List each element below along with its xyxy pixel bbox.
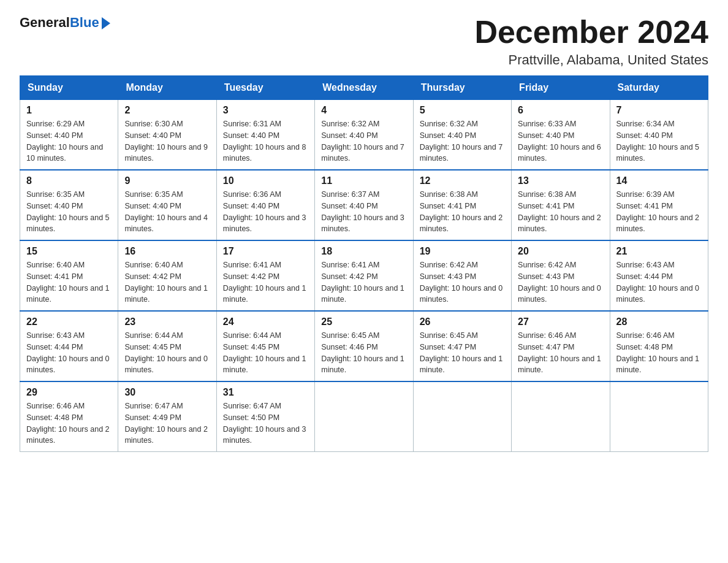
day-number: 16 <box>124 246 210 257</box>
day-number: 12 <box>420 175 505 186</box>
logo-blue-text: Blue <box>70 15 99 31</box>
calendar-day-cell: 7Sunrise: 6:34 AMSunset: 4:40 PMDaylight… <box>610 100 708 170</box>
day-info: Sunrise: 6:41 AMSunset: 4:42 PMDaylight:… <box>321 259 406 305</box>
calendar-day-cell: 6Sunrise: 6:33 AMSunset: 4:40 PMDaylight… <box>512 100 610 170</box>
calendar-week-row: 8Sunrise: 6:35 AMSunset: 4:40 PMDaylight… <box>20 170 708 240</box>
day-number: 10 <box>223 175 308 186</box>
calendar-day-cell: 27Sunrise: 6:46 AMSunset: 4:47 PMDayligh… <box>512 311 610 381</box>
day-info: Sunrise: 6:39 AMSunset: 4:41 PMDaylight:… <box>616 189 702 235</box>
calendar-week-row: 22Sunrise: 6:43 AMSunset: 4:44 PMDayligh… <box>20 311 708 381</box>
calendar-day-cell: 19Sunrise: 6:42 AMSunset: 4:43 PMDayligh… <box>413 240 511 311</box>
calendar-day-cell: 11Sunrise: 6:37 AMSunset: 4:40 PMDayligh… <box>315 170 413 240</box>
calendar-day-cell: 28Sunrise: 6:46 AMSunset: 4:48 PMDayligh… <box>610 311 708 381</box>
calendar-day-cell: 2Sunrise: 6:30 AMSunset: 4:40 PMDaylight… <box>118 100 216 170</box>
calendar-table: Sunday Monday Tuesday Wednesday Thursday… <box>20 75 708 452</box>
day-info: Sunrise: 6:45 AMSunset: 4:47 PMDaylight:… <box>420 330 505 376</box>
day-info: Sunrise: 6:42 AMSunset: 4:43 PMDaylight:… <box>420 259 505 305</box>
weekday-header-row: Sunday Monday Tuesday Wednesday Thursday… <box>20 76 708 100</box>
location-title: Prattville, Alabama, United States <box>474 52 708 68</box>
calendar-week-row: 29Sunrise: 6:46 AMSunset: 4:48 PMDayligh… <box>20 381 708 452</box>
month-title: December 2024 <box>474 15 708 50</box>
calendar-day-cell <box>413 381 511 452</box>
header-wednesday: Wednesday <box>315 76 413 100</box>
day-number: 11 <box>321 175 406 186</box>
day-info: Sunrise: 6:30 AMSunset: 4:40 PMDaylight:… <box>124 118 210 164</box>
day-info: Sunrise: 6:35 AMSunset: 4:40 PMDaylight:… <box>124 189 210 235</box>
day-number: 18 <box>321 246 406 257</box>
day-info: Sunrise: 6:43 AMSunset: 4:44 PMDaylight:… <box>616 259 702 305</box>
day-number: 19 <box>420 246 505 257</box>
calendar-day-cell: 23Sunrise: 6:44 AMSunset: 4:45 PMDayligh… <box>118 311 216 381</box>
calendar-day-cell: 26Sunrise: 6:45 AMSunset: 4:47 PMDayligh… <box>413 311 511 381</box>
day-number: 3 <box>223 105 308 116</box>
day-info: Sunrise: 6:46 AMSunset: 4:47 PMDaylight:… <box>518 330 603 376</box>
day-number: 13 <box>518 175 603 186</box>
header-friday: Friday <box>512 76 610 100</box>
day-number: 20 <box>518 246 603 257</box>
day-info: Sunrise: 6:40 AMSunset: 4:41 PMDaylight:… <box>26 259 112 305</box>
calendar-day-cell <box>512 381 610 452</box>
day-info: Sunrise: 6:33 AMSunset: 4:40 PMDaylight:… <box>518 118 603 164</box>
day-info: Sunrise: 6:44 AMSunset: 4:45 PMDaylight:… <box>223 330 308 376</box>
calendar-day-cell: 8Sunrise: 6:35 AMSunset: 4:40 PMDaylight… <box>20 170 118 240</box>
calendar-day-cell: 5Sunrise: 6:32 AMSunset: 4:40 PMDaylight… <box>413 100 511 170</box>
calendar-day-cell: 31Sunrise: 6:47 AMSunset: 4:50 PMDayligh… <box>216 381 314 452</box>
day-number: 31 <box>223 387 308 398</box>
calendar-day-cell: 14Sunrise: 6:39 AMSunset: 4:41 PMDayligh… <box>610 170 708 240</box>
calendar-day-cell: 30Sunrise: 6:47 AMSunset: 4:49 PMDayligh… <box>118 381 216 452</box>
day-info: Sunrise: 6:38 AMSunset: 4:41 PMDaylight:… <box>518 189 603 235</box>
calendar-day-cell: 3Sunrise: 6:31 AMSunset: 4:40 PMDaylight… <box>216 100 314 170</box>
logo-arrow-icon <box>102 17 110 29</box>
day-number: 30 <box>124 387 210 398</box>
calendar-day-cell: 18Sunrise: 6:41 AMSunset: 4:42 PMDayligh… <box>315 240 413 311</box>
day-number: 4 <box>321 105 406 116</box>
logo: General Blue <box>20 15 110 31</box>
header-sunday: Sunday <box>20 76 118 100</box>
day-number: 27 <box>518 316 603 327</box>
day-number: 2 <box>124 105 210 116</box>
day-number: 6 <box>518 105 603 116</box>
day-number: 5 <box>420 105 505 116</box>
day-info: Sunrise: 6:45 AMSunset: 4:46 PMDaylight:… <box>321 330 406 376</box>
day-number: 26 <box>420 316 505 327</box>
calendar-day-cell <box>610 381 708 452</box>
day-number: 24 <box>223 316 308 327</box>
day-info: Sunrise: 6:31 AMSunset: 4:40 PMDaylight:… <box>223 118 308 164</box>
calendar-day-cell: 15Sunrise: 6:40 AMSunset: 4:41 PMDayligh… <box>20 240 118 311</box>
day-info: Sunrise: 6:32 AMSunset: 4:40 PMDaylight:… <box>321 118 406 164</box>
calendar-day-cell: 17Sunrise: 6:41 AMSunset: 4:42 PMDayligh… <box>216 240 314 311</box>
calendar-day-cell: 21Sunrise: 6:43 AMSunset: 4:44 PMDayligh… <box>610 240 708 311</box>
page-header: General Blue December 2024 Prattville, A… <box>20 15 708 68</box>
day-number: 8 <box>26 175 112 186</box>
calendar-day-cell <box>315 381 413 452</box>
day-number: 25 <box>321 316 406 327</box>
day-info: Sunrise: 6:42 AMSunset: 4:43 PMDaylight:… <box>518 259 603 305</box>
day-number: 14 <box>616 175 702 186</box>
day-info: Sunrise: 6:38 AMSunset: 4:41 PMDaylight:… <box>420 189 505 235</box>
day-info: Sunrise: 6:46 AMSunset: 4:48 PMDaylight:… <box>26 400 112 446</box>
day-info: Sunrise: 6:43 AMSunset: 4:44 PMDaylight:… <box>26 330 112 376</box>
day-info: Sunrise: 6:37 AMSunset: 4:40 PMDaylight:… <box>321 189 406 235</box>
day-number: 29 <box>26 387 112 398</box>
calendar-day-cell: 13Sunrise: 6:38 AMSunset: 4:41 PMDayligh… <box>512 170 610 240</box>
title-block: December 2024 Prattville, Alabama, Unite… <box>474 15 708 68</box>
calendar-week-row: 15Sunrise: 6:40 AMSunset: 4:41 PMDayligh… <box>20 240 708 311</box>
day-number: 23 <box>124 316 210 327</box>
calendar-day-cell: 29Sunrise: 6:46 AMSunset: 4:48 PMDayligh… <box>20 381 118 452</box>
day-info: Sunrise: 6:35 AMSunset: 4:40 PMDaylight:… <box>26 189 112 235</box>
day-number: 9 <box>124 175 210 186</box>
calendar-day-cell: 10Sunrise: 6:36 AMSunset: 4:40 PMDayligh… <box>216 170 314 240</box>
day-info: Sunrise: 6:47 AMSunset: 4:49 PMDaylight:… <box>124 400 210 446</box>
calendar-day-cell: 1Sunrise: 6:29 AMSunset: 4:40 PMDaylight… <box>20 100 118 170</box>
header-saturday: Saturday <box>610 76 708 100</box>
day-info: Sunrise: 6:47 AMSunset: 4:50 PMDaylight:… <box>223 400 308 446</box>
day-info: Sunrise: 6:41 AMSunset: 4:42 PMDaylight:… <box>223 259 308 305</box>
day-number: 17 <box>223 246 308 257</box>
day-info: Sunrise: 6:32 AMSunset: 4:40 PMDaylight:… <box>420 118 505 164</box>
day-number: 15 <box>26 246 112 257</box>
day-info: Sunrise: 6:44 AMSunset: 4:45 PMDaylight:… <box>124 330 210 376</box>
calendar-day-cell: 9Sunrise: 6:35 AMSunset: 4:40 PMDaylight… <box>118 170 216 240</box>
day-info: Sunrise: 6:40 AMSunset: 4:42 PMDaylight:… <box>124 259 210 305</box>
calendar-day-cell: 25Sunrise: 6:45 AMSunset: 4:46 PMDayligh… <box>315 311 413 381</box>
day-number: 22 <box>26 316 112 327</box>
